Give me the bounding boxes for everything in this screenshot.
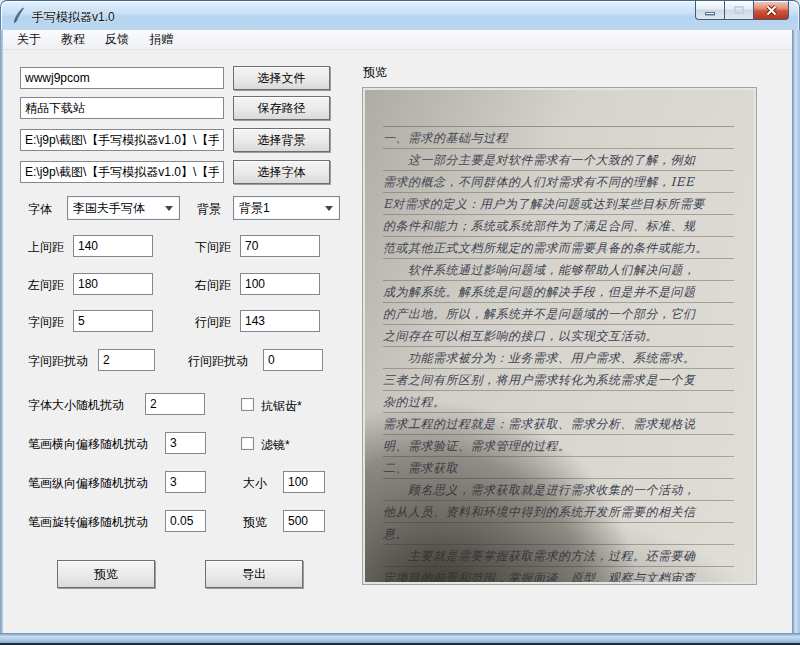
handwriting-line: 顾名思义，需求获取就是进行需求收集的一个活动， — [383, 479, 734, 501]
line-jitter-label: 行间距扰动 — [188, 353, 248, 370]
choose-font-button[interactable]: 选择字体 — [233, 160, 330, 184]
handwriting-line: 的条件和能力；系统或系统部件为了满足合同、标准、规 — [383, 215, 734, 237]
window-controls — [695, 1, 789, 20]
bottom-spacing-label: 下间距 — [195, 239, 231, 256]
handwriting-line: 之间存在可以相互影响的接口，以实现交互活动。 — [383, 325, 734, 347]
menu-feedback[interactable]: 反馈 — [95, 29, 139, 50]
font-path-input[interactable] — [20, 161, 224, 183]
menu-about[interactable]: 关于 — [7, 29, 51, 50]
maximize-icon — [734, 6, 744, 14]
title-bar[interactable]: 手写模拟器v1.0 — [0, 0, 800, 30]
choose-background-button[interactable]: 选择背景 — [233, 128, 330, 152]
char-spacing-label: 字间距 — [28, 314, 64, 331]
menu-tutorial[interactable]: 教程 — [51, 29, 95, 50]
stroke-v-jitter-label: 笔画纵向偏移随机扰动 — [28, 475, 148, 492]
stroke-h-jitter-input[interactable] — [165, 432, 206, 454]
handwriting-line: 软件系统通过影响问题域，能够帮助人们解决问题， — [383, 259, 734, 281]
handwriting-line: 杂的过程。 — [383, 391, 734, 413]
menu-donate[interactable]: 捐赠 — [139, 29, 183, 50]
handwriting-line: E对需求的定义：用户为了解决问题或达到某些目标所需要 — [383, 193, 734, 215]
handwriting-line: 范或其他正式文档所规定的需求而需要具备的条件或能力。 — [383, 237, 734, 259]
chevron-down-icon — [325, 206, 333, 211]
preview-size-label: 预览 — [243, 514, 267, 531]
right-spacing-label: 右间距 — [195, 277, 231, 294]
handwriting-line: 的产出地。所以，解系统并不是问题域的一个部分，它们 — [383, 303, 734, 325]
handwriting-line: 成为解系统。解系统是问题的解决手段，但是并不是问题 — [383, 281, 734, 303]
background-dropdown[interactable]: 背景1 — [233, 196, 340, 220]
save-name-input[interactable] — [20, 97, 224, 119]
handwriting-line: 息。 — [383, 523, 734, 545]
background-dropdown-label: 背景 — [197, 201, 221, 218]
window-border — [792, 30, 800, 643]
handwriting-line: 主要就是需要掌握获取需求的方法，过程。还需要确 — [383, 545, 734, 567]
preview-button[interactable]: 预览 — [57, 560, 155, 588]
antialias-checkbox[interactable] — [241, 398, 254, 411]
handwriting-line: 他从人员、资料和环境中得到的系统开发所需要的相关信 — [383, 501, 734, 523]
stroke-h-jitter-label: 笔画横向偏移随机扰动 — [28, 436, 148, 453]
top-spacing-input[interactable] — [73, 235, 153, 257]
minimize-icon — [705, 12, 715, 15]
filter-label: 滤镜* — [261, 437, 290, 454]
choose-file-button[interactable]: 选择文件 — [233, 66, 330, 90]
handwriting-line: 三者之间有所区别，将用户需求转化为系统需求是一个复 — [383, 369, 734, 391]
top-spacing-label: 上间距 — [28, 239, 64, 256]
source-text-input[interactable] — [20, 67, 224, 89]
preview-image-frame: 一、需求的基础与过程 这一部分主要是对软件需求有一个大致的了解，例如 需求的概念… — [362, 87, 757, 585]
filter-checkbox[interactable] — [241, 437, 254, 450]
handwriting-line: 需求的概念，不同群体的人们对需求有不同的理解，IEE — [383, 171, 734, 193]
stroke-r-jitter-label: 笔画旋转偏移随机扰动 — [28, 514, 148, 531]
char-spacing-input[interactable] — [73, 310, 153, 332]
line-jitter-input[interactable] — [263, 349, 323, 371]
app-feather-icon — [12, 7, 26, 24]
antialias-label: 抗锯齿* — [261, 398, 302, 415]
chevron-down-icon — [165, 206, 173, 211]
handwriting-line: 这一部分主要是对软件需求有一个大致的了解，例如 — [383, 149, 734, 171]
line-spacing-label: 行间距 — [195, 314, 231, 331]
line-spacing-input[interactable] — [240, 310, 320, 332]
font-dropdown[interactable]: 李国夫手写体 — [67, 196, 180, 220]
minimize-button[interactable] — [695, 1, 725, 20]
font-size-jitter-label: 字体大小随机扰动 — [28, 397, 124, 414]
handwriting-line: 二、需求获取 — [383, 457, 734, 479]
bottom-spacing-input[interactable] — [240, 235, 320, 257]
char-jitter-label: 字间距扰动 — [28, 353, 88, 370]
window-border — [0, 633, 800, 643]
preview-size-input[interactable] — [283, 510, 325, 532]
close-button[interactable] — [753, 1, 789, 20]
handwriting-line: 需求工程的过程就是：需求获取、需求分析、需求规格说 — [383, 413, 734, 435]
handwriting-text: 一、需求的基础与过程 这一部分主要是对软件需求有一个大致的了解，例如 需求的概念… — [383, 105, 734, 582]
export-button[interactable]: 导出 — [205, 560, 303, 588]
size-label: 大小 — [243, 475, 267, 492]
background-path-input[interactable] — [20, 129, 224, 151]
stroke-r-jitter-input[interactable] — [165, 510, 206, 532]
size-input[interactable] — [283, 471, 325, 493]
preview-section-label: 预览 — [363, 64, 387, 81]
stroke-v-jitter-input[interactable] — [165, 471, 206, 493]
background-dropdown-value: 背景1 — [239, 200, 270, 217]
left-spacing-label: 左间距 — [28, 277, 64, 294]
handwriting-line: 定项目的前景和范围，掌握面谈、原型、观察与文档审查 — [383, 567, 734, 582]
char-jitter-input[interactable] — [98, 349, 155, 371]
handwriting-photo: 一、需求的基础与过程 这一部分主要是对软件需求有一个大致的了解，例如 需求的概念… — [365, 90, 754, 582]
left-spacing-input[interactable] — [73, 273, 153, 295]
font-dropdown-value: 李国夫手写体 — [73, 200, 145, 217]
client-area: 选择文件 保存路径 选择背景 选择字体 字体 李国夫手写体 背景 背景1 上间距… — [3, 50, 792, 633]
font-dropdown-label: 字体 — [28, 201, 52, 218]
ruled-line — [383, 105, 734, 127]
close-icon — [765, 5, 778, 16]
right-spacing-input[interactable] — [240, 273, 320, 295]
maximize-button — [725, 1, 753, 20]
handwriting-line: 一、需求的基础与过程 — [383, 127, 734, 149]
handwriting-line: 功能需求被分为：业务需求、用户需求、系统需求。 — [383, 347, 734, 369]
font-size-jitter-input[interactable] — [145, 393, 205, 415]
window-border — [0, 30, 3, 643]
window-title: 手写模拟器v1.0 — [32, 9, 115, 26]
app-window: 手写模拟器v1.0 关于 教程 反馈 捐赠 选择文件 保存路径 选择背景 选择字… — [0, 0, 800, 645]
save-path-button[interactable]: 保存路径 — [233, 96, 330, 120]
handwriting-line: 明、需求验证、需求管理的过程。 — [383, 435, 734, 457]
menu-bar: 关于 教程 反馈 捐赠 — [3, 30, 792, 50]
